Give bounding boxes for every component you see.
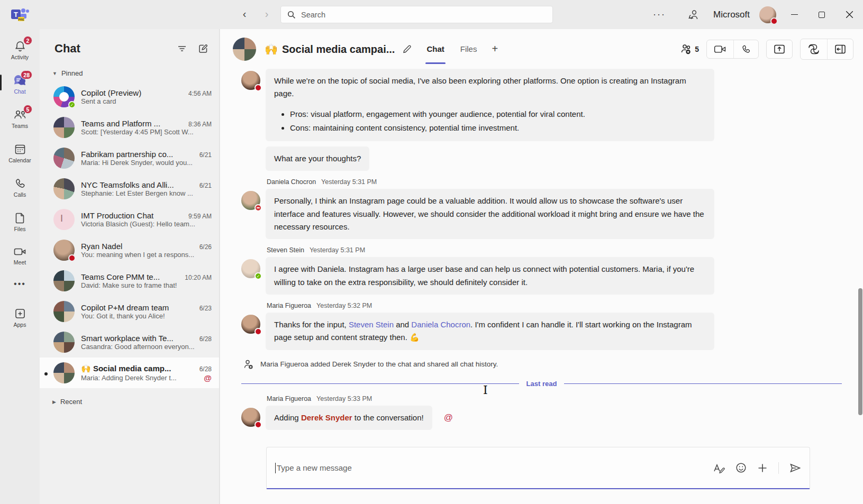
busy-status-dot: [68, 254, 76, 262]
new-chat-icon[interactable]: [198, 43, 208, 54]
avatar: [241, 315, 260, 334]
attach-plus-button[interactable]: [757, 463, 768, 473]
tab-files[interactable]: Files: [459, 40, 478, 58]
titlebar-more-icon[interactable]: ···: [641, 9, 677, 20]
forward-icon[interactable]: ›: [260, 6, 273, 21]
sidebar-item-activity[interactable]: 2 Activity: [0, 35, 40, 65]
group-avatar[interactable]: [233, 38, 256, 61]
sidebar-item-files[interactable]: Files: [0, 207, 40, 236]
participants-button[interactable]: 5: [679, 43, 699, 55]
list-item-ryan-nadel[interactable]: Ryan Nadel6/26 You: meaning when I get a…: [40, 235, 219, 265]
list-item-social-media-campaign[interactable]: 🙌 Social media camp...6/28 Maria: Adding…: [40, 358, 219, 388]
list-item-nyc-teamsfolks[interactable]: NYC Teamsfolks and Alli...6/21 Stephanie…: [40, 173, 219, 204]
avatar: ✓: [241, 259, 260, 278]
compose-placeholder: Type a new message: [277, 463, 713, 472]
busy-status-dot: [770, 17, 778, 25]
chevron-right-icon: ▶: [52, 399, 56, 405]
svg-text:T: T: [14, 11, 18, 19]
search-input[interactable]: Search: [280, 6, 553, 23]
list-item-smart-workplace[interactable]: Smart workplace with Te...6/28 Casandra:…: [40, 327, 219, 358]
add-tab-button[interactable]: +: [492, 43, 498, 55]
copilot-button[interactable]: [801, 39, 827, 59]
text-cursor: I: [483, 383, 488, 397]
maximize-button[interactable]: [808, 0, 835, 29]
share-screen-button[interactable]: [766, 40, 793, 59]
presence-person-icon[interactable]: [677, 9, 710, 21]
recent-section-header[interactable]: ▶ Recent: [40, 388, 219, 410]
mention-at-icon: @: [444, 413, 453, 423]
sidebar-item-calls[interactable]: Calls: [0, 172, 40, 202]
copilot-button-group: [800, 39, 853, 60]
message-bubble: Adding Derek Snyder to the conversation!: [266, 406, 432, 430]
busy-status-dot: [255, 84, 262, 91]
tab-chat[interactable]: Chat: [425, 40, 445, 58]
system-message: Maria Figueroa added Derek Snyder to the…: [242, 359, 842, 370]
bullet-pros: Pros: visual platform, engagement with y…: [290, 108, 706, 121]
video-call-button[interactable]: [707, 40, 733, 58]
message-bubble: Thanks for the input, Steven Stein and D…: [266, 313, 714, 350]
message-bubble: While we're on the topic of social media…: [266, 69, 714, 141]
list-item-copilot-pm-dream[interactable]: Copilot P+M dream team6/23 You: Got it, …: [40, 296, 219, 327]
mention-at-icon: @: [204, 373, 212, 382]
avatar: [53, 117, 75, 138]
open-pane-button[interactable]: [827, 39, 853, 59]
scrollbar-thumb[interactable]: [858, 288, 862, 415]
dnd-status-dot: [255, 204, 262, 212]
mention-link-daniela[interactable]: Daniela Chocron: [411, 320, 470, 329]
list-item-copilot[interactable]: ✓ Copilot (Preview)4:56 AM Sent a card: [40, 81, 219, 112]
audio-call-button[interactable]: [733, 40, 758, 58]
busy-status-dot: [255, 328, 262, 335]
user-avatar[interactable]: [759, 6, 776, 23]
pre-badge: PRE: [18, 18, 24, 21]
text-caret: [275, 463, 276, 473]
author-name: Maria Figueroa: [267, 302, 311, 309]
list-item-fabrikam[interactable]: Fabrikam partnership co...6/21 Maria: Hi…: [40, 143, 219, 173]
file-icon: [14, 212, 26, 224]
list-item-teams-core-pmm[interactable]: Teams Core PMM te...10:20 AM David: Make…: [40, 265, 219, 296]
unread-dot: [44, 372, 48, 375]
raised-hands-emoji: 🙌: [265, 43, 278, 55]
send-button[interactable]: [789, 463, 801, 473]
back-icon[interactable]: ‹: [238, 6, 251, 21]
last-read-label: Last read: [526, 380, 557, 388]
close-button[interactable]: [835, 0, 863, 29]
people-add-icon: [679, 43, 692, 55]
sidebar-item-calendar[interactable]: Calendar: [0, 138, 40, 168]
avatar: [241, 191, 260, 210]
message-daniela: Daniela ChocronYesterday 5:31 PM Persona…: [241, 178, 842, 239]
list-item-imt-production[interactable]: IMT Production Chat9:59 AM Victoria Blas…: [40, 204, 219, 235]
sidebar-item-chat[interactable]: 28 Chat: [0, 69, 40, 99]
video-camera-icon: [714, 44, 726, 54]
calendar-icon: [14, 143, 26, 155]
author-name: Daniela Chocron: [267, 178, 316, 186]
rail-more-icon[interactable]: •••: [0, 279, 40, 289]
timestamp: Yesterday 5:32 PM: [316, 302, 372, 309]
message-compose-box[interactable]: Type a new message: [266, 447, 810, 489]
flex-emoji: 💪: [410, 333, 420, 342]
rename-pencil-icon[interactable]: [402, 44, 412, 54]
sidebar-item-teams[interactable]: 5 Teams: [0, 104, 40, 133]
message-maria-thanks: Maria FigueroaYesterday 5:32 PM Thanks f…: [241, 302, 842, 350]
timestamp: Yesterday 5:33 PM: [316, 395, 372, 402]
minimize-icon: [791, 14, 798, 15]
teams-badge: 5: [23, 105, 32, 114]
phone-icon: [741, 44, 751, 54]
sidebar-item-apps[interactable]: Apps: [0, 303, 40, 332]
author-name: Steven Stein: [267, 246, 304, 254]
list-item-teams-platform[interactable]: Teams and Platform ...8:36 AM Scott: [Ye…: [40, 112, 219, 143]
pinned-section-header[interactable]: ▼ Pinned: [40, 60, 219, 81]
avatar: [53, 362, 75, 383]
avatar: [241, 71, 260, 90]
filter-icon[interactable]: [177, 43, 187, 54]
timestamp: Yesterday 5:31 PM: [321, 178, 377, 186]
message-bubble: Personally, I think an Instagram page co…: [266, 189, 714, 239]
mention-link-steven[interactable]: Steven Stein: [349, 320, 394, 329]
conversation-title: 🙌Social media campai...: [265, 43, 395, 56]
emoji-button[interactable]: [735, 462, 747, 473]
format-button[interactable]: [713, 463, 725, 473]
panel-title: Chat: [54, 42, 166, 56]
minimize-button[interactable]: [780, 0, 808, 29]
search-placeholder: Search: [301, 11, 325, 19]
sidebar-item-meet[interactable]: Meet: [0, 241, 40, 270]
mention-derek-snyder[interactable]: Derek Snyder: [301, 413, 352, 422]
